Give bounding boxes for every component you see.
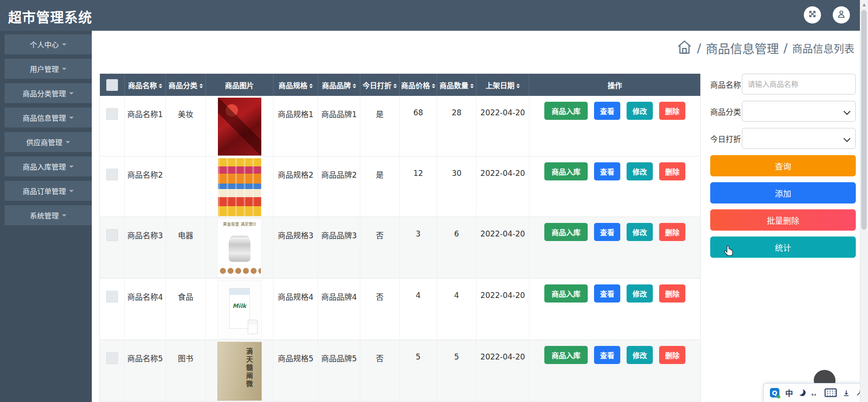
toolbox-icon[interactable] (843, 389, 850, 397)
product-date-cell: 2022-04-20 (476, 96, 529, 156)
user-button[interactable] (833, 6, 850, 24)
column-header[interactable]: 商品品牌 (318, 74, 360, 96)
sidebar-item[interactable]: 个人中心 (5, 34, 92, 54)
product-discount-cell: 否 (360, 279, 400, 340)
view-button[interactable]: 查看 (594, 102, 620, 120)
edit-button[interactable]: 修改 (627, 162, 653, 180)
chevron-down-icon (844, 135, 851, 142)
stats-button[interactable]: 统计 (710, 236, 856, 258)
keyboard-icon[interactable] (825, 388, 837, 397)
product-spec-cell: 商品规格4 (274, 279, 318, 340)
scrollbar-thumb[interactable] (861, 10, 867, 230)
home-icon[interactable] (676, 39, 693, 57)
row-checkbox[interactable] (106, 108, 118, 120)
stock-in-button[interactable]: 商品入库 (544, 284, 588, 303)
column-header-label: 今日打折 (363, 81, 392, 90)
product-price-cell: 12 (400, 156, 437, 217)
row-checkbox[interactable] (106, 229, 118, 241)
night-mode-icon[interactable] (799, 389, 806, 396)
sort-icon[interactable] (516, 82, 520, 90)
chevron-down-icon (62, 68, 66, 72)
sidebar-item[interactable]: 商品入库管理 (5, 156, 92, 176)
column-header[interactable]: 上架日期 (476, 74, 529, 96)
column-header[interactable]: 今日打折 (360, 74, 400, 96)
add-button[interactable]: 添加 (710, 182, 856, 203)
sort-icon[interactable] (432, 82, 435, 90)
chevron-down-icon (69, 190, 74, 194)
product-discount-cell: 是 (360, 96, 400, 156)
column-header[interactable]: 商品图片 (206, 74, 274, 96)
delete-button[interactable]: 删除 (659, 162, 685, 180)
discount-select[interactable] (742, 128, 856, 149)
sidebar-item[interactable]: 商品分类管理 (5, 83, 92, 103)
column-header[interactable]: 操作 (529, 74, 701, 96)
breadcrumb-section[interactable]: 商品信息管理 (706, 39, 779, 57)
sidebar-item[interactable]: 商品订单管理 (5, 181, 92, 201)
delete-button[interactable]: 删除 (659, 102, 685, 120)
sort-icon[interactable] (159, 82, 162, 90)
chevron-down-icon (62, 214, 66, 219)
stock-in-button[interactable]: 商品入库 (544, 102, 588, 120)
row-checkbox[interactable] (106, 352, 118, 364)
delete-button[interactable]: 删除 (659, 223, 685, 241)
category-select[interactable] (742, 101, 856, 122)
ime-logo-icon[interactable]: Q (770, 388, 779, 397)
stock-in-button[interactable]: 商品入库 (544, 346, 588, 364)
edit-button[interactable]: 修改 (627, 346, 653, 364)
column-header[interactable]: 商品数量 (437, 74, 476, 96)
sidebar-item[interactable]: 供应商管理 (5, 132, 92, 152)
sidebar-item[interactable]: 系统管理 (5, 205, 92, 225)
delete-button[interactable]: 删除 (659, 284, 685, 303)
column-header[interactable]: 商品规格 (274, 74, 318, 96)
stock-in-button[interactable]: 商品入库 (544, 223, 588, 241)
column-header-label: 操作 (608, 81, 622, 90)
sort-icon[interactable] (353, 82, 356, 90)
product-image-cell: Milk (206, 279, 274, 340)
batch-delete-button[interactable]: 批量删除 (710, 209, 856, 231)
product-discount-cell: 是 (360, 156, 400, 217)
sort-icon[interactable] (309, 82, 313, 90)
column-header[interactable]: 商品价格 (400, 74, 437, 96)
edit-button[interactable]: 修改 (627, 223, 653, 241)
column-header[interactable]: 商品分类 (166, 74, 206, 96)
breadcrumb: / 商品信息管理 / 商品信息列表 (676, 39, 854, 57)
vertical-scrollbar[interactable]: ▲ (860, 0, 868, 402)
ime-toolbar: Q 中 。， (763, 383, 868, 402)
view-button[interactable]: 查看 (594, 346, 620, 364)
product-image: 滴天髓阐微 (217, 342, 262, 401)
chinese-mode-icon[interactable]: 中 (785, 387, 793, 398)
product-image (218, 158, 261, 216)
sort-icon[interactable] (470, 82, 474, 90)
product-name-cell: 商品名称2 (125, 156, 166, 217)
table-row: 商品名称1 美妆 商品规格1 商品品牌1 是 68 28 2022-04-20 … (100, 96, 701, 156)
view-button[interactable]: 查看 (594, 162, 620, 180)
delete-button[interactable]: 删除 (659, 346, 685, 364)
product-category-cell: 食品 (166, 279, 206, 340)
product-name-cell: 商品名称5 (125, 340, 166, 402)
product-discount-cell: 否 (360, 217, 400, 279)
product-image (218, 98, 261, 156)
sort-icon[interactable] (393, 82, 397, 90)
column-header[interactable]: 商品名称 (125, 74, 166, 96)
product-table: 商品名称 商品分类 商品图片 商品规格 商品品牌 今日打折 商品价格 商品数量 … (99, 74, 701, 402)
edit-button[interactable]: 修改 (627, 284, 653, 303)
stock-in-button[interactable]: 商品入库 (544, 162, 588, 180)
sidebar-item[interactable]: 商品信息管理 (5, 108, 92, 128)
sidebar-item[interactable]: 用户管理 (5, 59, 92, 79)
fullscreen-button[interactable] (804, 6, 821, 24)
view-button[interactable]: 查看 (594, 284, 620, 303)
row-checkbox[interactable] (106, 169, 118, 180)
select-all-checkbox[interactable] (106, 79, 118, 91)
product-date-cell: 2022-04-20 (476, 340, 529, 402)
view-button[interactable]: 查看 (594, 223, 620, 241)
punctuation-icon[interactable]: 。， (811, 389, 819, 397)
product-spec-cell: 商品规格2 (274, 156, 318, 217)
product-name-input[interactable] (742, 74, 856, 95)
row-checkbox[interactable] (106, 291, 118, 303)
sort-icon[interactable] (199, 82, 203, 90)
product-spec-cell: 商品规格3 (274, 217, 318, 279)
scroll-up-arrow[interactable]: ▲ (860, 2, 868, 7)
product-price-cell: 68 (400, 96, 437, 156)
query-button[interactable]: 查询 (710, 155, 856, 176)
edit-button[interactable]: 修改 (627, 102, 653, 120)
